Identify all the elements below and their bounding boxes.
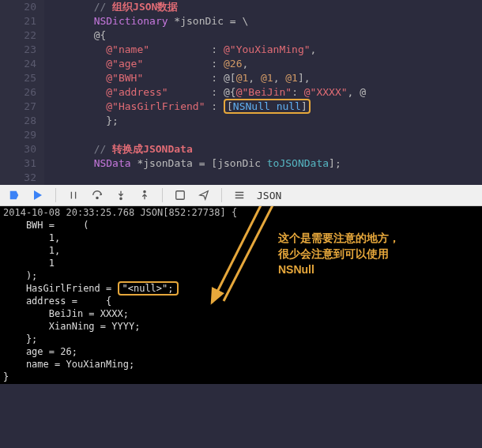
- code-line[interactable]: 32: [0, 171, 482, 185]
- divider: [162, 188, 163, 202]
- step-over-icon[interactable]: [91, 189, 104, 201]
- console-line: };: [0, 333, 482, 345]
- code-content: };: [44, 114, 482, 128]
- annotation-text: 这个是需要注意的地方， 很少会注意到可以使用 NSNull: [278, 230, 400, 277]
- code-editor[interactable]: 20 // 组织JSON数据21 NSDictionary *jsonDic =…: [0, 0, 482, 185]
- code-line[interactable]: 21 NSDictionary *jsonDic = \: [0, 14, 482, 28]
- debug-console[interactable]: 这个是需要注意的地方， 很少会注意到可以使用 NSNull 2014-10-08…: [0, 206, 482, 384]
- line-number: 24: [0, 57, 44, 71]
- console-line: }: [0, 371, 482, 383]
- line-number: 21: [0, 14, 44, 28]
- console-line: 1,: [0, 244, 482, 257]
- divider: [55, 188, 56, 202]
- code-line[interactable]: 30 // 转换成JSONData: [0, 142, 482, 156]
- code-content: @"name" : @"YouXianMing",: [44, 43, 482, 57]
- console-line: age = 26;: [0, 345, 482, 358]
- code-line[interactable]: 20 // 组织JSON数据: [0, 0, 482, 14]
- view-debugger-icon[interactable]: [174, 189, 186, 201]
- step-in-icon[interactable]: [115, 189, 127, 201]
- code-line[interactable]: 29: [0, 128, 482, 142]
- code-content: // 转换成JSONData: [44, 142, 482, 156]
- console-line: BWH = (: [0, 219, 482, 232]
- line-number: 28: [0, 114, 44, 128]
- line-number: 26: [0, 85, 44, 100]
- console-line: BeiJin = XXXX;: [0, 307, 482, 320]
- highlight-box: [NSNull null]: [224, 99, 311, 114]
- code-content: NSData *jsonData = [jsonDic toJSONData];: [44, 156, 482, 171]
- line-number: 31: [0, 156, 44, 171]
- code-content: [44, 128, 482, 142]
- code-line[interactable]: 28 };: [0, 114, 482, 128]
- code-content: NSDictionary *jsonDic = \: [44, 14, 482, 28]
- code-content: [44, 171, 482, 185]
- code-line[interactable]: 23 @"name" : @"YouXianMing",: [0, 43, 482, 57]
- line-number: 30: [0, 142, 44, 156]
- line-number: 27: [0, 100, 44, 114]
- code-line[interactable]: 26 @"address" : @{@"BeiJin": @"XXXX", @: [0, 85, 482, 100]
- continue-icon[interactable]: [32, 189, 44, 201]
- code-content: @"HasGirlFriend" : [NSNull null]: [44, 100, 482, 114]
- line-number: 29: [0, 128, 44, 142]
- breakpoint-toggle-icon[interactable]: [8, 189, 21, 201]
- code-content: @"address" : @{@"BeiJin": @"XXXX", @: [44, 85, 482, 100]
- line-number: 25: [0, 71, 44, 85]
- console-line: 1: [0, 257, 482, 269]
- console-line: );: [0, 269, 482, 282]
- console-line: name = YouXianMing;: [0, 358, 482, 371]
- code-content: @"age" : @26,: [44, 57, 482, 71]
- code-line[interactable]: 25 @"BWH" : @[@1, @1, @1],: [0, 71, 482, 85]
- console-line: 1,: [0, 232, 482, 244]
- line-number: 23: [0, 43, 44, 57]
- scope-icon[interactable]: [233, 189, 246, 201]
- code-line[interactable]: 31 NSData *jsonData = [jsonDic toJSONDat…: [0, 156, 482, 171]
- code-content: @"BWH" : @[@1, @1, @1],: [44, 71, 482, 85]
- code-line[interactable]: 24 @"age" : @26,: [0, 57, 482, 71]
- svg-point-0: [96, 197, 98, 198]
- line-number: 20: [0, 0, 44, 14]
- console-line: 2014-10-08 20:33:25.768 JSON[852:27738] …: [0, 206, 482, 219]
- code-line[interactable]: 22 @{: [0, 28, 482, 43]
- console-line: XianNing = YYYY;: [0, 320, 482, 333]
- debug-toolbar: JSON: [0, 185, 482, 206]
- log-timestamp: 2014-10-08 20:33:25.768 JSON[852:27738] …: [3, 207, 237, 218]
- divider: [221, 188, 222, 202]
- pause-icon[interactable]: [67, 189, 80, 201]
- svg-rect-3: [176, 191, 185, 200]
- step-out-icon[interactable]: [138, 189, 151, 201]
- line-number: 22: [0, 28, 44, 43]
- console-line: address = {: [0, 295, 482, 307]
- highlight-box: "<null>";: [118, 281, 179, 296]
- location-icon[interactable]: [198, 189, 210, 201]
- line-number: 32: [0, 171, 44, 185]
- code-content: @{: [44, 28, 482, 43]
- svg-point-1: [120, 198, 122, 199]
- console-line: HasGirlFriend = "<null>";: [0, 282, 482, 295]
- code-content: // 组织JSON数据: [44, 0, 482, 14]
- process-label: JSON: [257, 190, 281, 201]
- svg-point-2: [144, 190, 145, 192]
- code-line[interactable]: 27 @"HasGirlFriend" : [NSNull null]: [0, 100, 482, 114]
